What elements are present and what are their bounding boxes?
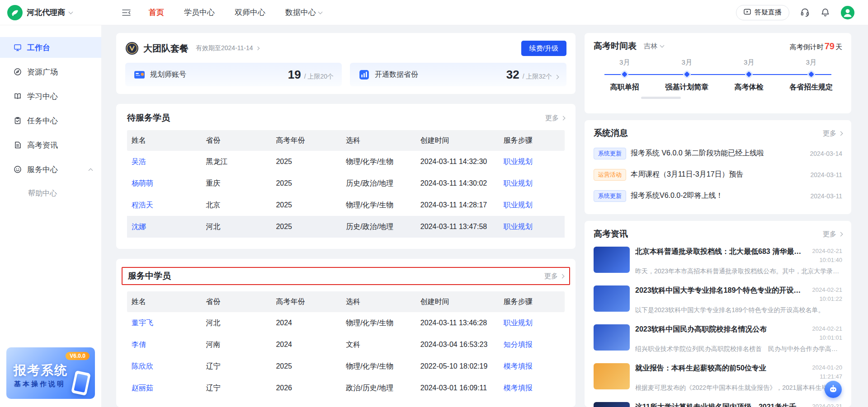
student-name-link[interactable]: 杨萌萌 — [127, 179, 202, 188]
package-validity[interactable]: 有效期至2024-11-14 — [196, 44, 259, 52]
news-item-desc: 根据麦可思发布的《2022年中国本科生就业报告》，2021届本科生毕业半年... — [635, 384, 842, 392]
service-step-link[interactable]: 模考填报 — [499, 384, 565, 393]
timeline-scrollbar[interactable] — [641, 97, 681, 99]
sidebar-subitem-help-center[interactable]: 帮助中心 — [0, 183, 101, 203]
student-name-link[interactable]: 赵丽茹 — [127, 384, 202, 393]
message-item[interactable]: 运营活动本周课程（3月11日-3月17日）预告2024-03-11 — [594, 164, 842, 185]
stat-box-planner-accounts: 规划师账号19/ 上限20个 — [125, 63, 342, 86]
timeline-event-label: 高职单招 — [610, 83, 639, 92]
table-cell: 2024-03-11 14:28:17 — [416, 201, 499, 209]
stat-label: 开通数据省份 — [375, 70, 418, 80]
news-item[interactable]: 就业报告：本科生起薪较高的前50位专业2024-01-2011:21:47根据麦… — [594, 358, 842, 397]
table-cell: 2025 — [271, 362, 341, 370]
message-tag: 系统更新 — [594, 190, 626, 202]
news-item-title: 这11所大学计算机专业排名国内顶级，2021考生千万不... — [635, 402, 808, 407]
province-select[interactable]: 吉林 — [644, 42, 664, 51]
table-cell: 历史/政治/地理 — [341, 179, 416, 188]
chevron-right-icon — [561, 116, 566, 120]
timetable-header: 高考时间表 吉林 高考倒计时79天 — [594, 40, 842, 52]
service-step-link[interactable]: 职业规划 — [499, 179, 565, 188]
column-header: 创建时间 — [416, 136, 499, 145]
news-item-title: 就业报告：本科生起薪较高的前50位专业 — [635, 363, 808, 381]
messages-card-header: 系统消息 更多 — [594, 127, 842, 139]
renew-upgrade-button[interactable]: 续费/升级 — [521, 41, 566, 56]
news-item-desc: 以下是2023软科中国大学专业排名189个特色专业的开设高校名单。 — [635, 306, 842, 314]
news-item[interactable]: 这11所大学计算机专业排名国内顶级，2021考生千万不...2024-02-21 — [594, 397, 842, 407]
news-thumbnail — [594, 324, 630, 351]
news-toprow: 北京本科普通批录取投档线：北大最低683 清华最低6852024-02-2110… — [635, 247, 842, 264]
bell-icon[interactable] — [821, 8, 830, 17]
nav-item-data-center[interactable]: 数据中心 — [285, 7, 322, 18]
student-name-link[interactable]: 陈欣欣 — [127, 362, 202, 371]
promo-title: 报考系统 — [14, 362, 68, 379]
student-name-link[interactable]: 李倩 — [127, 340, 202, 350]
timeline-event: 3月高考体检 — [718, 58, 780, 92]
chevron-right-icon — [255, 47, 259, 50]
table-row: 沈娜河北2025历史/政治/地理2024-03-11 13:47:58职业规划 — [127, 216, 565, 238]
message-item[interactable]: 系统更新报考系统 V6.0.0 第二阶段功能已经上线啦2024-03-14 — [594, 143, 842, 164]
service-step-link[interactable]: 职业规划 — [499, 157, 565, 167]
service-step-link[interactable]: 职业规划 — [499, 201, 565, 210]
sidebar-item-gaokao-news[interactable]: 高考资讯 — [0, 135, 101, 155]
nav-item-label: 首页 — [149, 7, 164, 18]
main-content: 大团队套餐 有效期至2024-11-14 续费/升级 规划师账号19/ 上限20… — [101, 25, 868, 407]
sidebar-item-resource-plaza[interactable]: 资源广场 — [0, 61, 101, 82]
student-name-link[interactable]: 吴浩 — [127, 157, 202, 167]
sidebar-item-task-center[interactable]: 任务中心 — [0, 110, 101, 131]
column-header: 服务步骤 — [499, 297, 565, 307]
student-name-link[interactable]: 沈娜 — [127, 222, 202, 232]
vip-badge-icon — [125, 42, 139, 55]
pending-more-link[interactable]: 更多 — [545, 114, 565, 122]
stat-value: 32 — [506, 68, 519, 82]
service-step-link[interactable]: 职业规划 — [499, 318, 565, 328]
nav-item-home[interactable]: 首页 — [149, 7, 164, 18]
messages-more-link[interactable]: 更多 — [823, 129, 842, 138]
phone-illustration — [71, 370, 91, 396]
chevron-down-icon — [318, 9, 323, 14]
sidebar-item-workbench[interactable]: 工作台 — [0, 37, 101, 58]
news-title: 高考资讯 — [594, 228, 628, 240]
student-name-link[interactable]: 程浩天 — [127, 201, 202, 210]
message-item[interactable]: 系统更新报考系统V6.0.0-2即将上线！2024-03-11 — [594, 185, 842, 206]
qa-live-button[interactable]: 答疑直播 — [736, 5, 789, 20]
column-header: 服务步骤 — [499, 136, 565, 145]
brand-switcher[interactable]: 河北代理商 — [0, 5, 101, 20]
news-item-date: 2024-01-2011:21:47 — [812, 363, 843, 381]
student-name-link[interactable]: 董宇飞 — [127, 318, 202, 328]
version-badge: V6.0.0 — [66, 352, 90, 360]
news-item[interactable]: 北京本科普通批录取投档线：北大最低683 清华最低6852024-02-2110… — [594, 242, 842, 281]
chevron-right-icon — [839, 131, 843, 136]
table-cell: 北京 — [202, 201, 272, 210]
table-cell: 2024-03-11 13:46:28 — [416, 319, 499, 327]
headset-icon[interactable] — [800, 8, 810, 17]
live-icon — [744, 9, 751, 16]
task-icon — [14, 117, 22, 125]
news-item-date: 2024-02-2110:01:01 — [812, 324, 843, 342]
nav-item-dual-teacher-center[interactable]: 双师中心 — [235, 7, 265, 18]
promo-banner[interactable]: V6.0.0 报考系统 基本操作说明 — [6, 347, 95, 399]
assistant-float-icon[interactable] — [825, 381, 842, 398]
user-avatar[interactable] — [841, 6, 854, 19]
sidebar-item-label: 服务中心 — [27, 164, 58, 175]
news-item-date: 2024-02-2110:01:22 — [812, 285, 843, 303]
sidebar-item-label: 工作台 — [27, 42, 50, 53]
serving-more-link[interactable]: 更多 — [544, 272, 564, 281]
nav-item-student-center[interactable]: 学员中心 — [184, 7, 215, 18]
table-cell: 2025 — [271, 201, 341, 209]
sidebar-item-service-center[interactable]: 服务中心 — [0, 159, 101, 180]
timeline-event-label: 高考体检 — [735, 83, 764, 92]
message-tag: 系统更新 — [594, 148, 626, 159]
table-row: 陈欣欣辽宁2025物理/化学/生物2022-05-10 18:02:19模考填报 — [127, 356, 565, 377]
service-step-link[interactable]: 模考填报 — [499, 362, 565, 371]
news-more-link[interactable]: 更多 — [823, 230, 842, 239]
sidebar-collapse-icon[interactable] — [122, 9, 131, 16]
service-step-link[interactable]: 知分填报 — [499, 340, 565, 350]
news-item-date: 2024-02-21 — [812, 402, 843, 407]
stat-box-data-provinces[interactable]: 开通数据省份32/ 上限32个 — [350, 63, 566, 86]
workbench-icon — [14, 43, 22, 51]
news-item[interactable]: 2023软科中国大学专业排名189个特色专业的开设高校...2024-02-21… — [594, 281, 842, 319]
sidebar-item-learning-center[interactable]: 学习中心 — [0, 86, 101, 107]
service-step-link[interactable]: 职业规划 — [499, 222, 565, 232]
learning-icon — [14, 92, 22, 100]
news-item[interactable]: 2023软科中国民办高职院校排名情况公布2024-02-2110:01:01绍兴… — [594, 319, 842, 358]
